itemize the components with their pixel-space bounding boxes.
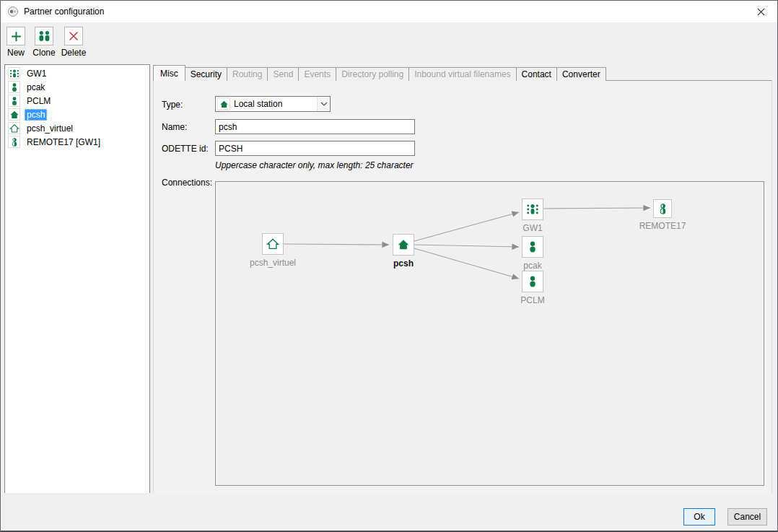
- name-label: Name:: [162, 122, 187, 132]
- cancel-button[interactable]: Cancel: [727, 508, 767, 526]
- type-dropdown[interactable]: Local station: [215, 96, 331, 112]
- list-item-pclm[interactable]: PCLM: [5, 94, 149, 108]
- diagram-node-label: pcsh: [360, 258, 447, 269]
- toolbar: New Clone Delete: [1, 22, 777, 62]
- diagram-node-pcsh[interactable]: [393, 234, 414, 256]
- diagram-node-label: pcsh_virtuel: [230, 258, 316, 268]
- list-item-label-selected: pcsh: [25, 109, 47, 121]
- gateway-icon: [8, 67, 20, 79]
- list-item-pcsh-virtuel[interactable]: pcsh_virtuel: [5, 121, 149, 135]
- misc-tab-content: Type: Local station Name: ODETTE id:: [153, 80, 772, 494]
- list-item-pcsh[interactable]: pcsh: [5, 108, 149, 121]
- list-item-label: PCLM: [25, 95, 53, 107]
- title-bar: Partner configuration: [1, 1, 777, 22]
- tab-contact[interactable]: Contact: [516, 67, 557, 81]
- delete-button-label: Delete: [59, 48, 88, 58]
- clone-button-label: Clone: [30, 48, 58, 58]
- list-item-remote17[interactable]: REMOTE17 [GW1]: [5, 135, 149, 149]
- delete-button[interactable]: Delete: [59, 27, 88, 58]
- tab-converter[interactable]: Converter: [556, 67, 606, 81]
- list-item-gw1[interactable]: GW1: [5, 66, 149, 80]
- diagram-node-pclm[interactable]: [522, 271, 543, 292]
- ok-button[interactable]: Ok: [683, 508, 715, 526]
- diagram-node-remote17[interactable]: [653, 199, 672, 218]
- new-button[interactable]: New: [1, 27, 30, 58]
- virtual-station-icon: [8, 122, 20, 134]
- close-button[interactable]: [750, 4, 772, 19]
- local-station-icon: [397, 238, 410, 251]
- plus-icon: [6, 27, 25, 45]
- tab-misc[interactable]: Misc: [153, 65, 185, 81]
- tab-inbound-virtual-filenames: Inbound virtual filenames: [408, 67, 516, 81]
- virtual-station-icon: [266, 237, 279, 250]
- list-item-label: REMOTE17 [GW1]: [25, 136, 102, 148]
- list-item-label: pcak: [25, 82, 47, 93]
- tab-security[interactable]: Security: [185, 67, 227, 81]
- gateway-icon: [526, 203, 539, 216]
- connections-label: Connections:: [162, 178, 212, 188]
- name-field[interactable]: [215, 119, 415, 134]
- odette-id-field[interactable]: [215, 141, 415, 156]
- tab-directory-polling: Directory polling: [336, 67, 409, 81]
- diagram-node-gw1[interactable]: [522, 199, 543, 220]
- connections-diagram: pcsh_virtuel pcsh GW1: [215, 181, 764, 486]
- partner-configuration-window: Partner configuration New Clone: [0, 0, 778, 532]
- tab-routing: Routing: [227, 67, 268, 81]
- footer-bar: [1, 493, 777, 531]
- clone-button[interactable]: Clone: [30, 27, 58, 58]
- tab-send: Send: [267, 67, 299, 81]
- local-station-icon: [217, 97, 230, 110]
- list-item-label: GW1: [25, 68, 48, 79]
- diagram-node-label: GW1: [489, 223, 576, 233]
- odette-id-hint: Uppercase character only, max length: 25…: [215, 160, 414, 170]
- partner-detail-pane: Misc Security Routing Send Events Direct…: [153, 65, 772, 494]
- delete-icon: [64, 27, 83, 45]
- tab-events: Events: [298, 67, 336, 81]
- remote-partner-icon: [8, 136, 20, 148]
- type-label: Type:: [162, 100, 183, 110]
- diagram-node-pcsh-virtuel[interactable]: [262, 233, 284, 255]
- chevron-down-icon[interactable]: [317, 97, 330, 111]
- partner-icon: [8, 81, 20, 93]
- window-title: Partner configuration: [24, 6, 104, 17]
- diagram-node-pcak[interactable]: [522, 236, 543, 258]
- diagram-node-label: PCLM: [489, 295, 576, 305]
- type-dropdown-value: Local station: [234, 99, 317, 109]
- diagram-node-label: pcak: [489, 261, 576, 271]
- new-button-label: New: [1, 48, 30, 58]
- local-station-icon: [8, 108, 20, 121]
- partner-icon: [8, 95, 20, 107]
- remote-partner-icon: [657, 203, 669, 215]
- tab-strip: Misc Security Routing Send Events Direct…: [153, 65, 606, 81]
- partner-icon: [526, 240, 539, 253]
- diagram-node-label: REMOTE17: [619, 221, 706, 231]
- partner-icon: [526, 275, 539, 288]
- clone-icon: [35, 27, 53, 45]
- partner-list: GW1 pcak PCLM pcsh: [4, 64, 150, 494]
- app-logo-icon: [7, 6, 19, 17]
- close-icon: [756, 7, 766, 17]
- odette-id-label: ODETTE id:: [162, 144, 209, 154]
- list-item-label: pcsh_virtuel: [25, 123, 75, 134]
- list-item-pcak[interactable]: pcak: [5, 80, 149, 94]
